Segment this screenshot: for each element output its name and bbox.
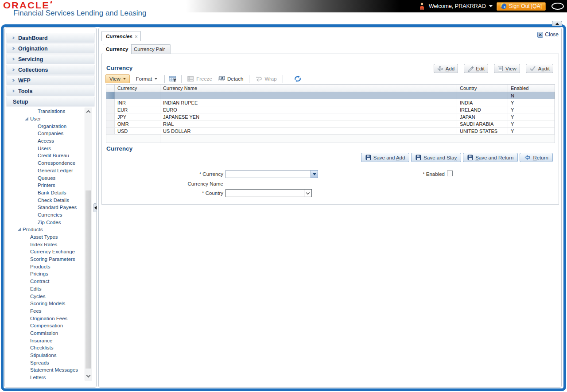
column-header-currency-name[interactable]: Currency Name xyxy=(160,85,457,92)
refresh-icon[interactable] xyxy=(294,75,302,82)
cell: N xyxy=(508,92,555,99)
wrap-button[interactable]: Wrap xyxy=(254,76,278,82)
view-menu-button[interactable]: View xyxy=(105,74,130,83)
sidebar-item-collections[interactable]: Collections xyxy=(6,65,95,75)
tree-item-compensation[interactable]: Compensation xyxy=(5,322,96,330)
column-header-enabled[interactable]: Enabled xyxy=(508,85,555,92)
tree-item-credit-bureau[interactable]: Credit Bureau xyxy=(5,152,96,159)
sidebar-item-origination[interactable]: Origination xyxy=(6,43,95,54)
tree-item-commission[interactable]: Commission xyxy=(5,330,96,337)
table-row[interactable]: USDUS DOLLARUNITED STATESY xyxy=(106,128,555,135)
table-row[interactable]: EUREUROIRELANDY xyxy=(106,106,555,113)
scroll-up-icon[interactable] xyxy=(86,110,91,115)
status-oval-icon[interactable] xyxy=(551,3,564,10)
tree-item-access[interactable]: Access xyxy=(5,137,96,145)
tree-item-queues[interactable]: Queues xyxy=(5,174,96,182)
tree-item-edits[interactable]: Edits xyxy=(5,285,96,293)
scrollbar-thumb[interactable] xyxy=(85,190,91,369)
close-icon[interactable]: ✕ xyxy=(537,32,543,38)
scroll-down-icon[interactable] xyxy=(86,373,91,378)
triangle-left-icon xyxy=(94,206,97,210)
column-header-country[interactable]: Country xyxy=(457,85,508,92)
tree-item-products[interactable]: Products xyxy=(5,263,96,270)
tree-item-standard-payees[interactable]: Standard Payees xyxy=(5,204,96,211)
welcome-menu[interactable]: Welcome, PRAKRRAO xyxy=(429,3,493,9)
tree-item-currencies[interactable]: Currencies xyxy=(5,211,96,219)
tab-currency[interactable]: Currency xyxy=(103,44,132,54)
close-label[interactable]: Close xyxy=(545,31,559,38)
tree-item-user[interactable]: User xyxy=(5,115,96,123)
tree-item-checklists[interactable]: Checklists xyxy=(5,344,96,352)
tree-item-translations[interactable]: Translations xyxy=(5,108,96,115)
document-icon xyxy=(497,66,503,72)
column-header-currency[interactable]: Currency xyxy=(115,85,160,92)
tree-item-fees[interactable]: Fees xyxy=(5,307,96,315)
tab-close-icon[interactable]: × xyxy=(135,34,138,40)
select-arrow-button[interactable] xyxy=(304,190,311,197)
tree-item-cycles[interactable]: Cycles xyxy=(5,292,96,300)
tab-currency-pair[interactable]: Currency Pair xyxy=(128,44,171,54)
tree-item-origination-fees[interactable]: Origination Fees xyxy=(5,314,96,322)
tree-item-pricings[interactable]: Pricings xyxy=(5,270,96,278)
collapse-header-button[interactable] xyxy=(552,21,562,26)
tree-item-companies[interactable]: Companies xyxy=(5,130,96,137)
sidebar-item-servicing[interactable]: Servicing xyxy=(6,54,95,64)
sign-out-button[interactable]: Sign Out [QA] xyxy=(497,2,546,11)
sidebar-item-setup[interactable]: Setup xyxy=(6,97,95,107)
add-button[interactable]: Add xyxy=(434,64,458,73)
tree-item-users[interactable]: Users xyxy=(5,144,96,152)
tree-item-label: Compensation xyxy=(30,323,63,328)
sidebar-item-wfp[interactable]: WFP xyxy=(6,75,95,85)
tree-item-index-rates[interactable]: Index Rates xyxy=(5,241,96,248)
save-and-stay-button[interactable]: Save and Stay xyxy=(411,153,461,162)
audit-button[interactable]: Audit xyxy=(526,64,553,73)
sidebar-collapse-handle[interactable] xyxy=(93,203,97,212)
tree-item-letters[interactable]: Letters xyxy=(5,374,96,381)
close-control[interactable]: ✕ Close xyxy=(537,31,559,38)
edit-button[interactable]: Edit xyxy=(464,64,488,73)
tree-item-contract[interactable]: Contract xyxy=(5,278,96,285)
tree-item-correspondence[interactable]: Correspondence xyxy=(5,159,96,167)
query-by-example-icon[interactable] xyxy=(169,75,177,82)
tree-item-general-ledger[interactable]: General Ledger xyxy=(5,167,96,175)
table-row-selected[interactable]: N xyxy=(106,92,555,99)
tree-item-scoring-parameters[interactable]: Scoring Parameters xyxy=(5,256,96,263)
tree-item-insurance[interactable]: Insurance xyxy=(5,337,96,344)
save-and-return-button[interactable]: Save and Return xyxy=(463,153,518,162)
view-button[interactable]: View xyxy=(494,64,520,73)
node-expanded-icon[interactable] xyxy=(25,117,28,120)
country-select[interactable] xyxy=(225,189,312,197)
format-menu-button[interactable]: Format xyxy=(133,76,160,82)
tree-item-label: Index Rates xyxy=(30,242,57,247)
tree-scrollbar[interactable] xyxy=(85,108,92,380)
sidebar-item-dashboard[interactable]: DashBoard xyxy=(6,33,95,43)
table-row[interactable]: INRINDIAN RUPEEINDIAY xyxy=(106,99,555,106)
tree-item-asset-types[interactable]: Asset Types xyxy=(5,233,96,241)
freeze-button[interactable]: Freeze xyxy=(186,76,214,82)
currency-input[interactable] xyxy=(225,170,311,178)
return-button[interactable]: Return xyxy=(520,153,553,162)
enabled-checkbox[interactable] xyxy=(447,171,453,176)
document-tab-currencies[interactable]: Currencies × xyxy=(101,31,141,41)
tree-item-organization[interactable]: Organization xyxy=(5,122,96,130)
tree-item-spreads[interactable]: Spreads xyxy=(5,359,96,366)
node-expanded-icon[interactable] xyxy=(17,228,21,231)
tree-item-currency-exchange[interactable]: Currency Exchange xyxy=(5,248,96,256)
tree-item-scoring-models[interactable]: Scoring Models xyxy=(5,300,96,307)
currency-combobox[interactable] xyxy=(225,170,318,178)
tree-item-printers[interactable]: Printers xyxy=(5,182,96,189)
tree-item-label: Checklists xyxy=(30,345,53,350)
table-row[interactable]: OMRRIALSAUDI ARABIAY xyxy=(106,120,555,128)
sidebar-item-tools[interactable]: Tools xyxy=(6,86,95,96)
tree-item-check-details[interactable]: Check Details xyxy=(5,196,96,204)
table-row[interactable]: JPYJAPANESE YENJAPANY xyxy=(106,113,555,120)
tree-item-statement-messages[interactable]: Statement Messages xyxy=(5,366,96,374)
tree-item-bank-details[interactable]: Bank Details xyxy=(5,189,96,197)
tree-item-stipulations[interactable]: Stipulations xyxy=(5,352,96,359)
tree-item-zip-codes[interactable]: Zip Codes xyxy=(5,218,96,226)
detach-button[interactable]: Detach xyxy=(217,76,245,82)
tree-item-products[interactable]: Products xyxy=(5,226,96,233)
save-and-add-button[interactable]: Save and Add xyxy=(361,153,410,162)
dropdown-button[interactable] xyxy=(311,170,318,178)
enabled-field-label: * Enabled xyxy=(365,171,445,177)
